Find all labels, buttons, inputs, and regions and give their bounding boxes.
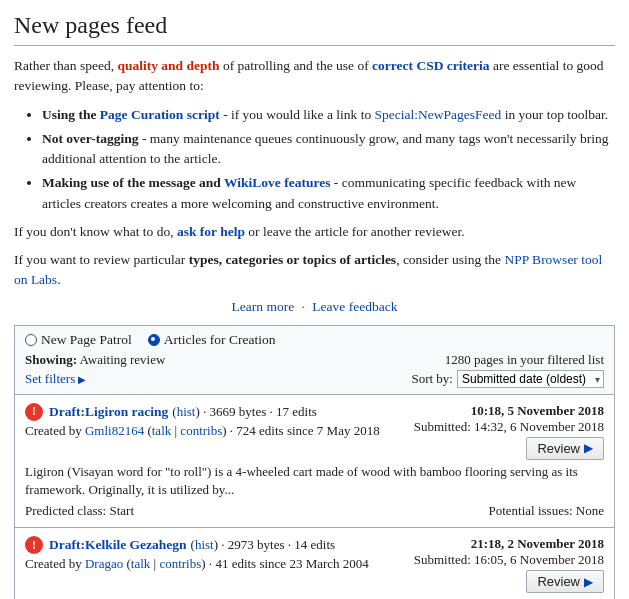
card-title-area-2: ! Draft:Kelkile Gezahegn (hist) · 2973 b…	[25, 536, 369, 572]
card-title-row-2: ! Draft:Kelkile Gezahegn (hist) · 2973 b…	[25, 536, 369, 554]
potential-issues-1: Potential issues: None	[488, 503, 604, 519]
created-by-label-2: Created by	[25, 556, 82, 571]
talk-link-2[interactable]: talk	[131, 556, 151, 571]
sort-select-wrapper[interactable]: Submitted date (oldest)	[457, 370, 604, 388]
set-filters-link[interactable]: Set filters ▶	[25, 371, 86, 386]
review-label-2: Review	[537, 574, 580, 589]
article-hist-2: (hist) · 2973 bytes · 14 edits	[191, 537, 336, 553]
radio-row: New Page Patrol Articles for Creation	[25, 332, 604, 348]
quality-depth-text: quality and depth	[117, 58, 219, 73]
created-by-label-1: Created by	[25, 423, 82, 438]
hist-link-1[interactable]: hist	[177, 404, 196, 419]
card-footer-1: Predicted class: Start Potential issues:…	[25, 503, 604, 519]
article-bytes-2: 2973 bytes	[228, 537, 285, 552]
article-edits-2: 14 edits	[294, 537, 335, 552]
article-card-2: ! Draft:Kelkile Gezahegn (hist) · 2973 b…	[14, 528, 615, 599]
creator-stats-1: 724 edits since 7 May 2018	[236, 423, 379, 438]
review-arrow-1: ▶	[584, 441, 593, 455]
hist-link-2[interactable]: hist	[195, 537, 214, 552]
page-curation-link[interactable]: Page Curation script	[100, 107, 220, 122]
creator-link-2[interactable]: Dragao	[85, 556, 123, 571]
radio-input-npp[interactable]	[25, 334, 37, 346]
showing-row: Showing: Awaiting review 1280 pages in y…	[25, 352, 604, 368]
article-date-1: 10:18, 5 November 2018	[414, 403, 604, 419]
contribs-link-1[interactable]: contribs	[180, 423, 222, 438]
showing-value: Awaiting review	[80, 352, 166, 367]
ask-for-help-link[interactable]: ask for help	[177, 224, 245, 239]
article-title-2[interactable]: Draft:Kelkile Gezahegn	[49, 537, 187, 553]
list-item-curation: Using the Page Curation script - if you …	[42, 105, 615, 125]
para-npp-browser: If you want to review particular types, …	[14, 250, 615, 291]
review-arrow-2: ▶	[584, 575, 593, 589]
card-header-2: ! Draft:Kelkile Gezahegn (hist) · 2973 b…	[25, 536, 604, 593]
showing-label: Showing:	[25, 352, 77, 367]
card-right-1: 10:18, 5 November 2018 Submitted: 14:32,…	[414, 403, 604, 460]
review-label-1: Review	[537, 441, 580, 456]
set-filters-label: Set filters	[25, 371, 75, 386]
set-filters-cell: Set filters ▶	[25, 371, 407, 387]
correct-csd-text: correct CSD criteria	[372, 58, 489, 73]
creator-link-1[interactable]: Gmli82164	[85, 423, 144, 438]
creator-stats-2: 41 edits since 23 March 2004	[215, 556, 368, 571]
info-list: Using the Page Curation script - if you …	[42, 105, 615, 214]
card-header-1: ! Draft:Ligiron racing (hist) · 3669 byt…	[25, 403, 604, 460]
filter-bar: New Page Patrol Articles for Creation Sh…	[14, 325, 615, 395]
card-right-2: 21:18, 2 November 2018 Submitted: 16:05,…	[414, 536, 604, 593]
para-help: If you don't know what to do, ask for he…	[14, 222, 615, 242]
article-submitted-1: Submitted: 14:32, 6 November 2018	[414, 419, 604, 435]
list-item-wikilove: Making use of the message and WikiLove f…	[42, 173, 615, 214]
sort-select[interactable]: Submitted date (oldest)	[457, 370, 604, 388]
article-hist-1: (hist) · 3669 bytes · 17 edits	[172, 404, 317, 420]
radio-npp-label: New Page Patrol	[41, 332, 132, 348]
wikilove-link[interactable]: WikiLove features	[224, 175, 330, 190]
divider: ·	[302, 299, 305, 314]
radio-afc-label: Articles for Creation	[164, 332, 276, 348]
article-date-2: 21:18, 2 November 2018	[414, 536, 604, 552]
talk-link-1[interactable]: talk	[152, 423, 172, 438]
learn-more-link[interactable]: Learn more	[232, 299, 295, 314]
predicted-class-1: Predicted class: Start	[25, 503, 134, 519]
sort-by-label: Sort by:	[411, 371, 453, 387]
radio-articles-for-creation[interactable]: Articles for Creation	[148, 332, 276, 348]
card-title-area-1: ! Draft:Ligiron racing (hist) · 3669 byt…	[25, 403, 380, 439]
intro-paragraph: Rather than speed, quality and depth of …	[14, 56, 615, 97]
set-filters-arrow: ▶	[78, 374, 86, 385]
contribs-link-2[interactable]: contribs	[159, 556, 201, 571]
article-edits-1: 17 edits	[276, 404, 317, 419]
warning-icon-1: !	[25, 403, 43, 421]
showing-right: 1280 pages in your filtered list	[445, 352, 604, 368]
footer-links-row: Learn more · Leave feedback	[14, 299, 615, 315]
radio-new-page-patrol[interactable]: New Page Patrol	[25, 332, 132, 348]
article-bytes-1: 3669 bytes	[210, 404, 267, 419]
sort-row: Set filters ▶ Sort by: Submitted date (o…	[25, 370, 604, 388]
list-item-overtagging: Not over-tagging - many maintenance queu…	[42, 129, 615, 170]
special-newpagesfeed-link[interactable]: Special:NewPagesFeed	[375, 107, 502, 122]
showing-left: Showing: Awaiting review	[25, 352, 165, 368]
warning-icon-2: !	[25, 536, 43, 554]
article-title-1[interactable]: Draft:Ligiron racing	[49, 404, 168, 420]
card-creator-row-1: Created by Gmli82164 (talk | contribs) ·…	[25, 423, 380, 439]
page-title: New pages feed	[14, 10, 615, 46]
leave-feedback-link[interactable]: Leave feedback	[312, 299, 397, 314]
article-submitted-2: Submitted: 16:05, 6 November 2018	[414, 552, 604, 568]
review-button-1[interactable]: Review ▶	[526, 437, 604, 460]
review-button-2[interactable]: Review ▶	[526, 570, 604, 593]
radio-input-afc[interactable]	[148, 334, 160, 346]
card-creator-row-2: Created by Dragao (talk | contribs) · 41…	[25, 556, 369, 572]
card-title-row-1: ! Draft:Ligiron racing (hist) · 3669 byt…	[25, 403, 380, 421]
article-card-1: ! Draft:Ligiron racing (hist) · 3669 byt…	[14, 395, 615, 528]
card-desc-1: Ligiron (Visayan word for "to roll") is …	[25, 463, 604, 499]
